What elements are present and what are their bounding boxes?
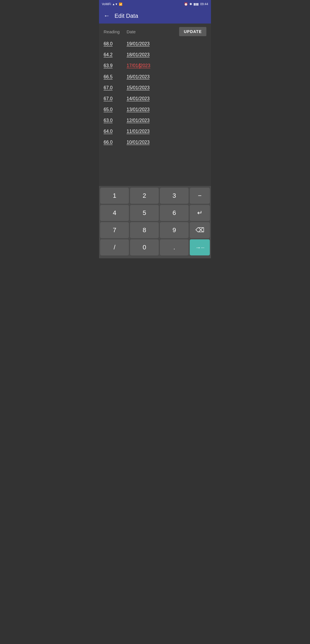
reading-cell[interactable]: 65.0: [104, 107, 127, 112]
table-row[interactable]: 67.014/01/2023: [104, 93, 206, 104]
date-cell[interactable]: 15/01/2023: [127, 85, 206, 90]
vowifi-label: VoWiFi: [102, 3, 111, 6]
key-8[interactable]: 8: [130, 222, 159, 238]
key-dot[interactable]: .: [160, 239, 189, 255]
reading-cell[interactable]: 66.5: [104, 74, 127, 79]
date-cell[interactable]: 18/01/2023: [127, 52, 206, 57]
date-cell[interactable]: 19/01/2023: [127, 41, 206, 46]
key-enter[interactable]: →⏤: [190, 239, 210, 255]
date-cell[interactable]: 13/01/2023: [127, 107, 206, 112]
keyboard: 123−456↵789⌫/0.→⏤: [99, 186, 211, 258]
reading-column-header: Reading: [104, 29, 127, 34]
date-cell[interactable]: 12/01/2023: [127, 118, 206, 123]
key-3[interactable]: 3: [160, 188, 189, 204]
table-row[interactable]: 63.012/01/2023: [104, 115, 206, 126]
table-row[interactable]: 64.011/01/2023: [104, 126, 206, 137]
battery-icon: ▮▮▮: [193, 2, 199, 6]
reading-cell[interactable]: 66.0: [104, 140, 127, 145]
update-button[interactable]: UPDATE: [179, 27, 206, 36]
table-row[interactable]: 68.019/01/2023: [104, 38, 206, 49]
key-2[interactable]: 2: [130, 188, 159, 204]
table-row[interactable]: 67.015/01/2023: [104, 82, 206, 93]
table-row[interactable]: 66.010/01/2023: [104, 137, 206, 148]
date-cell[interactable]: 14/01/2023: [127, 96, 206, 101]
signal-icon: ▲▼: [112, 3, 118, 6]
key-0[interactable]: 0: [130, 239, 159, 255]
reading-cell[interactable]: 63.0: [104, 118, 127, 123]
reading-cell[interactable]: 64.0: [104, 129, 127, 134]
alarm-icon: ⏰: [184, 2, 188, 6]
date-cell[interactable]: 17/01/2023: [127, 63, 206, 69]
page-title: Edit Data: [115, 13, 138, 19]
reading-cell[interactable]: 63.9: [104, 63, 127, 68]
key-slash[interactable]: /: [100, 239, 129, 255]
keyboard-row-2: 789⌫: [100, 222, 210, 238]
keyboard-row-0: 123−: [100, 188, 210, 204]
text-cursor: [140, 63, 140, 69]
key-backspace[interactable]: ⌫: [190, 222, 210, 238]
key-5[interactable]: 5: [130, 205, 159, 221]
keyboard-row-3: /0.→⏤: [100, 239, 210, 255]
reading-cell[interactable]: 64.2: [104, 52, 127, 57]
date-column-header: Date: [127, 29, 179, 34]
key-1[interactable]: 1: [100, 188, 129, 204]
table-row[interactable]: 64.218/01/2023: [104, 49, 206, 60]
reading-cell[interactable]: 68.0: [104, 41, 127, 46]
table-row[interactable]: 63.917/01/2023: [104, 60, 206, 71]
key-7[interactable]: 7: [100, 222, 129, 238]
status-left: VoWiFi ▲▼ 📶: [102, 3, 122, 6]
app-bar: ← Edit Data: [99, 8, 211, 24]
back-button[interactable]: ←: [104, 12, 110, 20]
table-header: Reading Date UPDATE: [104, 27, 206, 38]
key-6[interactable]: 6: [160, 205, 189, 221]
reading-cell[interactable]: 67.0: [104, 85, 127, 90]
key-minus[interactable]: −: [190, 188, 210, 204]
table-row[interactable]: 66.516/01/2023: [104, 71, 206, 82]
key-9[interactable]: 9: [160, 222, 189, 238]
time-label: 09:44: [200, 2, 208, 6]
keyboard-row-1: 456↵: [100, 205, 210, 221]
date-cell[interactable]: 11/01/2023: [127, 129, 206, 134]
data-table: 68.019/01/202364.218/01/202363.917/01/20…: [104, 38, 206, 148]
status-right: ⏰ ✱ ▮▮▮ 09:44: [184, 2, 208, 6]
main-content: Reading Date UPDATE 68.019/01/202364.218…: [99, 24, 211, 186]
date-cell[interactable]: 10/01/2023: [127, 140, 206, 145]
status-bar: VoWiFi ▲▼ 📶 ⏰ ✱ ▮▮▮ 09:44: [99, 0, 211, 8]
key-tab[interactable]: ↵: [190, 205, 210, 221]
date-cell[interactable]: 16/01/2023: [127, 74, 206, 79]
reading-cell[interactable]: 67.0: [104, 96, 127, 101]
table-row[interactable]: 65.013/01/2023: [104, 104, 206, 115]
key-4[interactable]: 4: [100, 205, 129, 221]
bluetooth-icon: ✱: [189, 2, 192, 6]
wifi-icon: 📶: [119, 3, 122, 6]
